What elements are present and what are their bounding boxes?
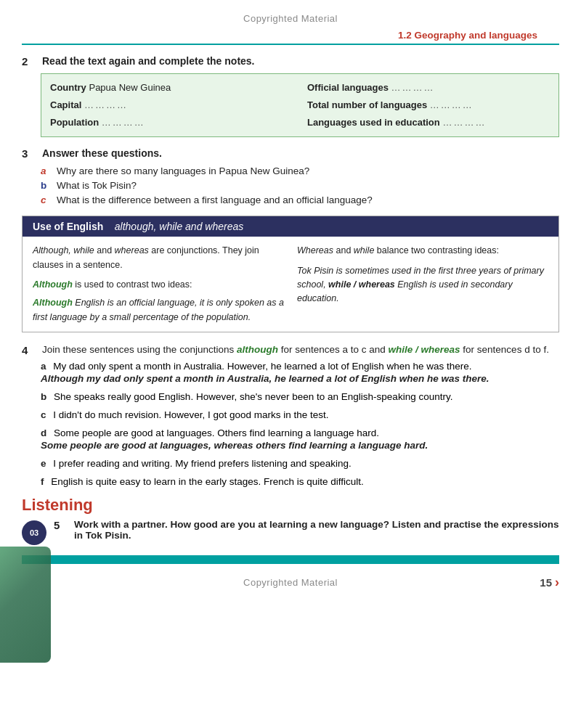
ex4-item-a: a My dad only spent a month in Australia… [41,361,559,384]
exercise-4-number: 4 [22,344,42,356]
listening-row: 03 5 Work with a partner. How good are y… [22,519,559,545]
exercise-4-items: a My dad only spent a month in Australia… [41,361,559,487]
ex4-item-b: b She speaks really good English. Howeve… [41,391,559,402]
ex4-item-e: e I prefer reading and writing. My frien… [41,458,559,469]
watermark-text: Copyrighted Material [243,13,338,24]
note-population: Population ………… [50,115,293,131]
note-languages-education: Languages used in education ………… [307,115,550,131]
uoe-left-col: Although, while and whereas are conjunct… [33,244,284,324]
teal-bar [22,555,559,564]
ex4-item-f: f English is quite easy to learn in the … [41,476,559,487]
listening-exercise-number: 5 [54,519,70,531]
exercise-3-number: 3 [22,147,42,160]
next-page-chevron[interactable]: › [555,575,559,590]
exercise-3-row: 3 Answer these questions. [22,147,559,160]
exercise-4-instruction: Join these sentences using the conjuncti… [42,344,549,355]
exercise-3-items: a Why are there so many languages in Pap… [41,165,559,205]
listening-section: Listening 03 5 Work with a partner. How … [0,496,581,545]
listening-title: Listening [22,496,559,515]
page-number: 15 [540,576,552,589]
footer-page: 15 › [540,575,559,590]
note-country: Country Papua New Guinea [50,80,293,96]
exercise-3-instruction: Answer these questions. [42,147,162,159]
ex4-item-c: c I didn't do much revision. However, I … [41,409,559,420]
top-watermark: Copyrighted Material [0,0,581,28]
section-title: 1.2 Geography and languages [398,30,537,41]
ex4-item-d: d Some people are good at languages. Oth… [41,428,559,451]
exercise-4-row: 4 Join these sentences using the conjunc… [22,344,559,356]
footer: Copyrighted Material 15 › [0,568,581,597]
exercise-2-number: 2 [22,55,42,68]
page: Copyrighted Material 1.2 Geography and l… [0,0,581,728]
footer-watermark: Copyrighted Material [243,577,338,588]
use-of-english-body: Although, while and whereas are conjunct… [23,237,558,332]
exercise-3-item-b: b What is Tok Pisin? [41,180,559,191]
section-title-bar: 1.2 Geography and languages [22,28,559,45]
note-capital: Capital ………… [50,97,293,113]
exercise-2-row: 2 Read the text again and complete the n… [22,55,559,68]
audio-icon: 03 [22,520,46,545]
use-of-english-header: Use of English although, while and where… [23,216,558,237]
notes-table: Country Papua New Guinea Official langua… [41,73,559,137]
note-total-languages: Total number of languages ………… [307,97,550,113]
use-of-english-box: Use of English although, while and where… [22,216,559,332]
listening-instruction: Work with a partner. How good are you at… [74,519,559,541]
exercise-2-instruction: Read the text again and complete the not… [42,55,255,67]
exercise-3-item-c: c What is the difference between a first… [41,195,559,205]
exercise-3-item-a: a Why are there so many languages in Pap… [41,165,559,176]
note-official-languages: Official languages ………… [307,80,550,96]
bg-image [0,547,51,663]
uoe-right-col: Whereas and while balance two contrastin… [297,244,548,324]
